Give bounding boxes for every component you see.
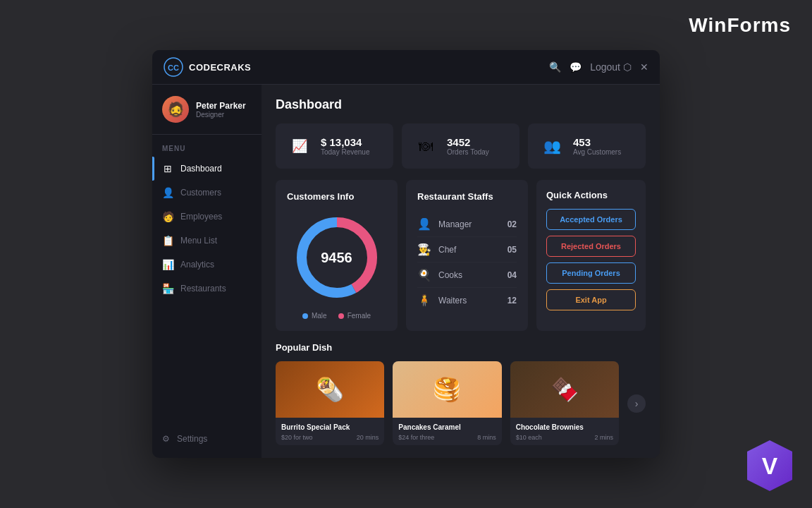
quick-actions-title: Quick Actions	[546, 190, 636, 200]
donut-center: 9456	[321, 250, 352, 266]
vs-icon: V	[742, 437, 798, 494]
logo-text: CODECRAKS	[189, 62, 251, 73]
title-actions: 🔍 💬 Logout ⬡ ✕	[549, 61, 648, 73]
cooks-name: Cooks	[438, 270, 462, 280]
stat-card-customers: 👥 453 Avg Customers	[528, 123, 646, 169]
pancakes-price: $24 for three	[398, 434, 434, 441]
donut-number: 9456	[321, 250, 352, 265]
pancakes-image: 🥞	[393, 361, 501, 418]
manager-icon: 👤	[417, 217, 431, 231]
female-dot	[338, 313, 344, 319]
sidebar: 🧔 Peter Parker Designer MENU ⊞ Dashboard…	[152, 85, 262, 458]
burrito-time: 20 mins	[357, 434, 379, 441]
employees-icon: 🧑	[162, 211, 173, 222]
sidebar-item-dashboard[interactable]: ⊞ Dashboard	[152, 157, 262, 181]
menu-label: MENU	[152, 135, 262, 157]
revenue-info: $ 13,034 Today Revenue	[321, 136, 370, 156]
revenue-icon: 📈	[287, 133, 312, 159]
legend-male: Male	[302, 312, 327, 320]
dish-card-burrito: 🌯 Burrito Special Pack $20 for two 20 mi…	[276, 361, 384, 445]
avatar: 🧔	[162, 96, 189, 123]
accepted-orders-button[interactable]: Accepted Orders	[546, 209, 636, 230]
customers-icon: 👤	[162, 187, 173, 198]
staff-row-waiters: 🧍 Waiters 12	[417, 288, 517, 313]
waiters-count: 12	[508, 296, 517, 306]
male-dot	[302, 313, 308, 319]
manager-count: 02	[508, 219, 517, 229]
customers-stat-info: 453 Avg Customers	[573, 136, 621, 156]
customers-stat-icon: 👥	[539, 133, 565, 159]
sidebar-bottom: ⚙ Settings	[152, 427, 262, 451]
logo-area: CC CODECRAKS	[164, 57, 251, 77]
brownies-meta: $10 each 2 mins	[516, 434, 613, 441]
winforms-watermark: WinForms	[689, 14, 791, 37]
staff-left-cooks: 🍳 Cooks	[417, 268, 462, 282]
burrito-info: Burrito Special Pack $20 for two 20 mins	[276, 418, 384, 445]
sidebar-item-customers[interactable]: 👤 Customers	[152, 181, 262, 205]
search-icon[interactable]: 🔍	[549, 61, 561, 73]
orders-label: Orders Today	[447, 148, 489, 156]
close-button[interactable]: ✕	[640, 61, 648, 73]
staff-row-chef: 👨‍🍳 Chef 05	[417, 237, 517, 262]
middle-row: Customers Info	[276, 180, 646, 331]
customers-stat-value: 453	[573, 136, 621, 148]
user-info: Peter Parker Designer	[196, 101, 246, 119]
settings-icon: ⚙	[162, 434, 170, 444]
app-body: 🧔 Peter Parker Designer MENU ⊞ Dashboard…	[152, 85, 660, 458]
user-section: 🧔 Peter Parker Designer	[152, 85, 262, 135]
staff-left-chef: 👨‍🍳 Chef	[417, 243, 456, 256]
burrito-name: Burrito Special Pack	[281, 423, 379, 431]
page-title: Dashboard	[276, 97, 646, 112]
stats-row: 📈 $ 13,034 Today Revenue 🍽 3452 Orders T…	[276, 123, 646, 169]
staff-row-manager: 👤 Manager 02	[417, 212, 517, 237]
burrito-price: $20 for two	[281, 434, 313, 441]
sidebar-item-analytics[interactable]: 📊 Analytics	[152, 253, 262, 277]
title-bar: CC CODECRAKS 🔍 💬 Logout ⬡ ✕	[152, 50, 660, 85]
staffs-card-title: Restaurant Staffs	[417, 191, 517, 202]
brownies-info: Chocolate Brownies $10 each 2 mins	[510, 418, 619, 445]
exit-app-button[interactable]: Exit App	[546, 289, 636, 310]
customers-stat-label: Avg Customers	[573, 148, 621, 156]
manager-name: Manager	[438, 219, 472, 229]
logout-button[interactable]: Logout ⬡	[590, 61, 632, 73]
brownies-name: Chocolate Brownies	[516, 423, 613, 431]
burrito-image: 🌯	[276, 361, 384, 418]
settings-item[interactable]: ⚙ Settings	[162, 434, 252, 444]
stat-card-orders: 🍽 3452 Orders Today	[402, 123, 519, 169]
waiters-icon: 🧍	[417, 294, 431, 307]
burrito-meta: $20 for two 20 mins	[281, 434, 379, 441]
dishes-row: 🌯 Burrito Special Pack $20 for two 20 mi…	[276, 361, 646, 445]
chat-icon[interactable]: 💬	[570, 61, 582, 73]
svg-text:V: V	[762, 453, 778, 479]
next-button[interactable]: ›	[627, 394, 646, 413]
chef-name: Chef	[438, 245, 456, 255]
pending-orders-button[interactable]: Pending Orders	[546, 262, 636, 284]
brownies-time: 2 mins	[594, 434, 613, 441]
pancakes-time: 8 mins	[477, 434, 496, 441]
staff-left-manager: 👤 Manager	[417, 217, 472, 231]
staff-left-waiters: 🧍 Waiters	[417, 294, 467, 307]
main-content: Dashboard 📈 $ 13,034 Today Revenue 🍽	[262, 85, 660, 458]
staffs-card: Restaurant Staffs 👤 Manager 02 👨‍🍳 Chef	[406, 180, 528, 331]
sidebar-item-employees[interactable]: 🧑 Employees	[152, 205, 262, 229]
sidebar-item-restaurants[interactable]: 🏪 Restaurants	[152, 277, 262, 301]
cooks-icon: 🍳	[417, 268, 431, 282]
revenue-value: $ 13,034	[321, 136, 370, 148]
user-role: Designer	[196, 111, 246, 119]
staff-row-cooks: 🍳 Cooks 04	[417, 262, 517, 288]
orders-info: 3452 Orders Today	[447, 136, 489, 156]
chef-icon: 👨‍🍳	[417, 243, 431, 256]
rejected-orders-button[interactable]: Rejected Orders	[546, 236, 636, 257]
sidebar-item-menu-list[interactable]: 📋 Menu List	[152, 229, 262, 253]
brownies-image: 🍫	[510, 361, 619, 418]
donut-area: 9456 Male Female	[287, 212, 386, 320]
chef-count: 05	[508, 245, 517, 255]
quick-actions-panel: Quick Actions Accepted Orders Rejected O…	[536, 180, 646, 331]
dish-card-brownies: 🍫 Chocolate Brownies $10 each 2 mins	[510, 361, 619, 445]
customers-card: Customers Info	[276, 180, 398, 331]
app-window: CC CODECRAKS 🔍 💬 Logout ⬡ ✕ 🧔 Peter Park…	[152, 50, 660, 458]
logo-icon: CC	[164, 57, 183, 77]
cooks-count: 04	[508, 270, 517, 280]
orders-icon: 🍽	[413, 133, 438, 159]
dish-card-pancakes: 🥞 Pancakes Caramel $24 for three 8 mins	[393, 361, 501, 445]
